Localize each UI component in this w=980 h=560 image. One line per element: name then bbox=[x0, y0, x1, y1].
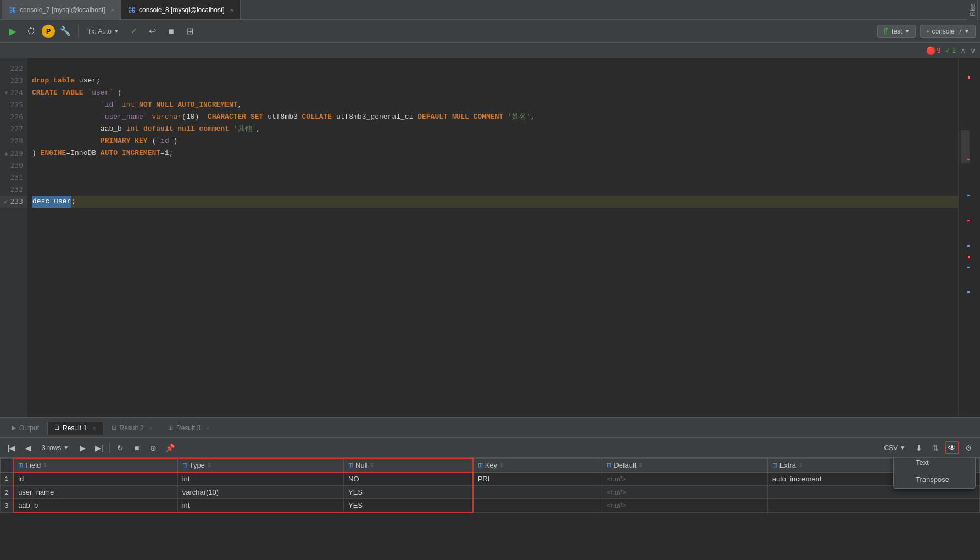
line-230: 230 bbox=[0, 159, 27, 171]
line-227: 227 bbox=[0, 123, 27, 135]
files-panel-toggle[interactable]: Files bbox=[967, 0, 978, 20]
th-type[interactable]: ⊞ Type ⇕ bbox=[177, 458, 343, 472]
csv-button[interactable]: CSV ▼ bbox=[879, 443, 910, 453]
tab-console-7[interactable]: ⌘ console_7 [mysql@localhost] × bbox=[2, 0, 121, 19]
line-numbers: 222 223 ▼ 224 225 226 bbox=[0, 58, 27, 417]
stop-result-button[interactable]: ■ bbox=[130, 441, 144, 454]
tab-result1[interactable]: ⊞ Result 1 × bbox=[47, 422, 103, 435]
row-3-type: int bbox=[177, 499, 343, 513]
console-selector[interactable]: ● console_7 ▼ bbox=[920, 25, 976, 38]
tab-output[interactable]: ▶ Output bbox=[4, 422, 46, 435]
code-line-222 bbox=[32, 63, 958, 75]
tab-result2[interactable]: ⊞ Result 2 × bbox=[104, 422, 160, 435]
row-1-null: NO bbox=[344, 472, 473, 486]
row-1-num: 1 bbox=[1, 472, 14, 486]
col-null-sort[interactable]: ⇕ bbox=[370, 462, 374, 468]
tab-result3[interactable]: ⊞ Result 3 × bbox=[161, 422, 216, 435]
nav-up-button[interactable]: ∧ bbox=[960, 46, 966, 55]
row-2-num: 2 bbox=[1, 486, 14, 499]
row-2-default: <null> bbox=[602, 486, 767, 499]
minimap-panel bbox=[958, 58, 980, 417]
line-233: ✓ 233 bbox=[0, 196, 27, 208]
row-3-extra bbox=[767, 499, 979, 513]
col-field-label: Field bbox=[25, 461, 41, 469]
col-default-label: Default bbox=[614, 461, 636, 469]
col-field-icon: ⊞ bbox=[18, 462, 23, 469]
result3-close[interactable]: × bbox=[206, 425, 209, 431]
console-name: console_7 bbox=[932, 27, 962, 35]
db-selector[interactable]: 🗄 test ▼ bbox=[877, 25, 916, 38]
grid-button[interactable]: ⊞ bbox=[182, 24, 198, 39]
col-null-icon: ⊞ bbox=[348, 462, 353, 469]
col-header-default: ⊞ Default ⇕ bbox=[606, 461, 762, 469]
first-row-button[interactable]: |◀ bbox=[4, 441, 19, 454]
th-key[interactable]: ⊞ Key ⇕ bbox=[473, 458, 602, 472]
output-icon: ▶ bbox=[12, 424, 16, 431]
tab-console-8-icon: ⌘ bbox=[128, 5, 136, 14]
line-222: 222 bbox=[0, 63, 27, 75]
line-229: ▲ 229 bbox=[0, 147, 27, 159]
refresh-button[interactable]: ↻ bbox=[113, 441, 127, 454]
col-field-sort[interactable]: ⇕ bbox=[43, 462, 47, 468]
data-table-container[interactable]: ⊞ Field ⇕ ⊞ Type ⇕ ⊞ bbox=[0, 458, 980, 560]
settings-button[interactable]: 🔧 bbox=[57, 24, 74, 39]
tab-console-8-close[interactable]: × bbox=[230, 7, 233, 13]
col-key-sort[interactable]: ⇕ bbox=[499, 462, 504, 468]
code-line-231 bbox=[32, 171, 958, 184]
dropdown-item-transpose[interactable]: Transpose bbox=[894, 471, 975, 488]
result2-close[interactable]: × bbox=[149, 425, 153, 431]
line-226: 226 bbox=[0, 111, 27, 123]
th-field[interactable]: ⊞ Field ⇕ bbox=[13, 458, 177, 472]
tab-result1-label: Result 1 bbox=[63, 424, 87, 432]
col-null-label: Null bbox=[355, 461, 368, 469]
col-header-type: ⊞ Type ⇕ bbox=[182, 461, 339, 469]
dropdown-item-text[interactable]: Text bbox=[894, 458, 975, 471]
main-toolbar: ▶ ⏱ P 🔧 Tx: Auto ▼ ✓ ↩ ■ ⊞ 🗄 test ▼ ● co… bbox=[0, 20, 980, 43]
last-row-button[interactable]: ▶| bbox=[92, 441, 106, 454]
db-icon: 🗄 bbox=[883, 28, 889, 35]
stop-button[interactable]: ■ bbox=[163, 24, 180, 39]
minimap-mark-1 bbox=[967, 159, 970, 160]
minimap-mark-3 bbox=[967, 220, 970, 221]
tab-console-8[interactable]: ⌘ console_8 [mysql@localhost] × bbox=[121, 0, 241, 19]
col-header-null: ⊞ Null ⇕ bbox=[348, 461, 468, 469]
code-area[interactable]: drop table user; CREATE TABLE `user` ( `… bbox=[27, 58, 958, 417]
csv-label: CSV bbox=[884, 444, 898, 452]
run-button[interactable]: ▶ bbox=[4, 24, 21, 39]
editor-scroll[interactable]: 222 223 ▼ 224 225 226 bbox=[0, 58, 980, 417]
tx-button[interactable]: Tx: Auto ▼ bbox=[83, 25, 124, 37]
next-row-button[interactable]: ▶ bbox=[75, 441, 90, 454]
col-extra-sort[interactable]: ⇕ bbox=[798, 462, 803, 468]
split-button[interactable]: ⊕ bbox=[146, 441, 160, 454]
minimap-mark-4 bbox=[967, 245, 970, 247]
fold-224[interactable]: ▼ bbox=[4, 87, 8, 99]
col-default-sort[interactable]: ⇕ bbox=[638, 462, 643, 468]
undo-button[interactable]: ↩ bbox=[144, 24, 161, 39]
error-count: 🔴 9 bbox=[926, 46, 941, 55]
th-null[interactable]: ⊞ Null ⇕ bbox=[344, 458, 473, 472]
rows-label: 3 rows bbox=[42, 444, 61, 452]
gear-button[interactable]: ⚙ bbox=[961, 441, 976, 454]
download-button[interactable]: ⬇ bbox=[912, 441, 926, 454]
rows-button[interactable]: 3 rows ▼ bbox=[37, 443, 73, 453]
tab-console-7-close[interactable]: × bbox=[111, 7, 114, 13]
fold-229[interactable]: ▲ bbox=[4, 147, 8, 159]
view-button[interactable]: 👁 bbox=[945, 441, 959, 454]
bottom-tabs: ▶ Output ⊞ Result 1 × ⊞ Result 2 × ⊞ Res… bbox=[0, 418, 980, 438]
minimap-viewport[interactable] bbox=[961, 130, 970, 163]
toolbar-sep-1 bbox=[78, 25, 79, 38]
user-button[interactable]: P bbox=[42, 25, 55, 38]
pin-button[interactable]: 📌 bbox=[163, 441, 177, 454]
minimap bbox=[959, 58, 970, 417]
prev-row-button[interactable]: ◀ bbox=[21, 441, 35, 454]
minimap-mark-6 bbox=[967, 291, 970, 293]
th-default[interactable]: ⊞ Default ⇕ bbox=[602, 458, 767, 472]
commit-button[interactable]: ✓ bbox=[126, 24, 142, 39]
nav-down-button[interactable]: ∨ bbox=[970, 46, 976, 55]
filter-button[interactable]: ⇅ bbox=[928, 441, 943, 454]
col-type-sort[interactable]: ⇕ bbox=[207, 462, 211, 468]
result1-close[interactable]: × bbox=[92, 425, 96, 431]
row-2-field: user_name bbox=[13, 486, 177, 499]
history-button[interactable]: ⏱ bbox=[23, 24, 40, 39]
minimap-mark-5 bbox=[967, 267, 970, 268]
